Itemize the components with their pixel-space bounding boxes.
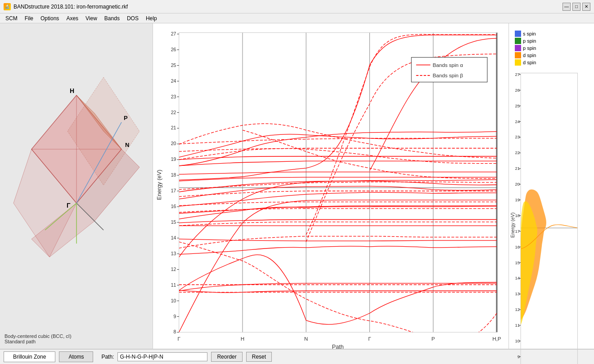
dos-label-p-spin1: p spin	[523, 38, 536, 44]
menu-options[interactable]: Options	[37, 14, 63, 22]
window-title: BANDstructure 2018.101: iron-ferromagnet…	[14, 4, 128, 10]
menu-bands[interactable]: Bands	[101, 14, 123, 22]
svg-text:19: 19	[171, 156, 176, 162]
svg-text:25: 25	[171, 62, 176, 68]
menu-view[interactable]: View	[82, 14, 101, 22]
svg-text:22: 22	[171, 110, 176, 115]
svg-text:Bands spin β: Bands spin β	[433, 72, 464, 78]
svg-text:9: 9	[174, 314, 176, 319]
path-label: Path:	[101, 354, 114, 360]
menu-bar: SCM File Options Axes View Bands DOS Hel…	[0, 13, 594, 23]
brillouin-zone-tab[interactable]: Brillouin Zone	[4, 351, 55, 362]
dos-color-d-spin2	[515, 59, 521, 66]
menu-scm[interactable]: SCM	[2, 14, 21, 22]
menu-file[interactable]: File	[21, 14, 37, 22]
svg-text:H,P: H,P	[492, 336, 501, 342]
center-panel: 8 9 10 11 12 13 14 15 16 17 18 19 20 21 …	[153, 23, 508, 349]
dos-color-p-spin1	[515, 38, 521, 44]
menu-axes[interactable]: Axes	[63, 14, 82, 22]
svg-text:24: 24	[171, 78, 176, 84]
dos-label-p-spin2: p spin	[523, 45, 536, 51]
title-bar-left: 🔬 BANDstructure 2018.101: iron-ferromagn…	[4, 3, 128, 10]
svg-text:14: 14	[171, 235, 176, 240]
dos-legend: s spin p spin p spin d spin d spin	[511, 28, 592, 68]
bz-info: Body-centered cubic (BCC, cI) Standard p…	[4, 333, 148, 344]
dos-chart[interactable]: 8 9 10 11 12 13 14 15 16 17 18 19 20 21 …	[511, 68, 592, 364]
bz-label2: Standard path	[4, 339, 148, 344]
svg-text:N: N	[125, 142, 129, 148]
svg-text:13: 13	[171, 251, 176, 256]
svg-text:20: 20	[171, 141, 176, 146]
dos-label-d-spin2: d spin	[523, 60, 536, 65]
svg-text:11: 11	[171, 282, 176, 288]
dos-label-s-spin: s spin	[523, 31, 536, 36]
atoms-tab[interactable]: Atoms	[59, 351, 93, 362]
menu-help[interactable]: Help	[142, 14, 161, 22]
dos-color-s-spin	[515, 31, 521, 37]
dos-legend-d-spin2: d spin	[515, 59, 588, 66]
svg-text:Γ: Γ	[67, 202, 71, 209]
dos-legend-p-spin1: p spin	[515, 38, 588, 44]
svg-text:Γ: Γ	[178, 336, 181, 342]
dos-label-d-spin1: d spin	[523, 53, 536, 58]
svg-text:Energy (eV): Energy (eV)	[156, 169, 162, 200]
svg-text:12: 12	[171, 266, 176, 272]
svg-text:H: H	[241, 336, 244, 342]
right-panel: s spin p spin p spin d spin d spin	[508, 23, 594, 349]
dos-legend-s-spin: s spin	[515, 31, 588, 37]
svg-text:N: N	[304, 336, 308, 342]
minimize-button[interactable]: —	[562, 3, 571, 11]
svg-text:Γ: Γ	[368, 336, 371, 342]
svg-rect-72	[411, 58, 487, 82]
svg-text:15: 15	[171, 219, 176, 225]
svg-text:8: 8	[174, 329, 176, 334]
title-bar-controls[interactable]: — □ ✕	[562, 3, 590, 11]
bz-label1: Body-centered cubic (BCC, cI)	[4, 333, 148, 339]
svg-text:Path: Path	[332, 344, 344, 350]
svg-text:P: P	[124, 115, 128, 121]
dos-color-d-spin1	[515, 52, 521, 58]
svg-text:Bands spin α: Bands spin α	[433, 62, 464, 68]
svg-text:18: 18	[171, 172, 176, 178]
main-content: H N Γ P Body-centered cubic (BCC, cI) St…	[0, 23, 594, 349]
svg-text:10: 10	[171, 298, 176, 303]
left-panel: H N Γ P Body-centered cubic (BCC, cI) St…	[0, 23, 153, 349]
maximize-button[interactable]: □	[572, 3, 580, 11]
svg-text:21: 21	[171, 125, 176, 130]
app-icon: 🔬	[4, 3, 11, 10]
dos-legend-p-spin2: p spin	[515, 45, 588, 51]
close-button[interactable]: ✕	[582, 3, 590, 11]
title-bar: 🔬 BANDstructure 2018.101: iron-ferromagn…	[0, 0, 594, 13]
bz-canvas[interactable]: H N Γ P	[4, 28, 148, 333]
svg-text:16: 16	[171, 204, 176, 209]
svg-text:23: 23	[171, 94, 176, 99]
band-chart[interactable]: 8 9 10 11 12 13 14 15 16 17 18 19 20 21 …	[155, 28, 506, 361]
svg-text:Energy (eV): Energy (eV)	[510, 213, 515, 238]
svg-text:26: 26	[171, 47, 176, 52]
dos-legend-d-spin1: d spin	[515, 52, 588, 58]
svg-text:H: H	[70, 87, 74, 94]
menu-dos[interactable]: DOS	[123, 14, 142, 22]
dos-color-p-spin2	[515, 45, 521, 51]
svg-text:17: 17	[171, 188, 176, 193]
svg-text:27: 27	[171, 31, 176, 36]
svg-text:P: P	[432, 336, 435, 342]
